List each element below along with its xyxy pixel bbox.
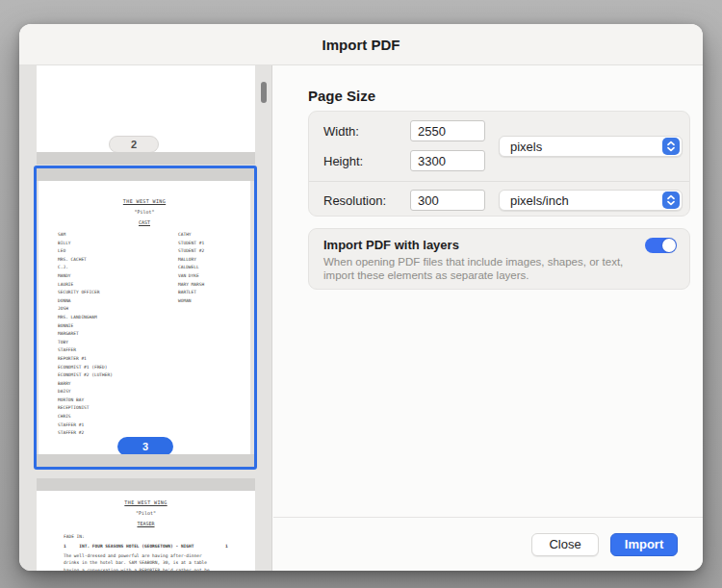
script-line: MRS. CACHET: [58, 256, 113, 265]
script-line: MRS. LANDINGHAM: [58, 314, 113, 322]
script-line: MORTON BAY: [58, 396, 113, 405]
script-line: DONNA: [58, 297, 113, 306]
resolution-unit-value: pixels/inch: [510, 193, 569, 208]
page-separator: [37, 478, 255, 491]
page-thumbnail-sidebar: 2 THE WEST WING "Pilot" CAST SAMBILLYLEO…: [19, 65, 272, 571]
script-line: STAFFER #1: [58, 422, 113, 430]
footer-button-bar: Close Import: [273, 518, 678, 571]
script-line: STUDENT #2: [178, 247, 204, 256]
page-3-content: THE WEST WING "Pilot" CAST SAMBILLYLEOMR…: [39, 181, 250, 454]
import-button[interactable]: Import: [610, 533, 678, 556]
script-line: LAURIE: [58, 281, 113, 290]
layers-group: Import PDF with layers When opening PDF …: [308, 228, 690, 290]
script-line: SECURITY OFFICER: [58, 289, 113, 297]
script-line: DAISY: [58, 388, 113, 396]
resolution-unit-dropdown[interactable]: pixels/inch: [499, 190, 683, 211]
page-3-badge: 3: [117, 437, 173, 456]
import-pdf-dialog: Import PDF 2 THE WEST WING "Pilot" CAST …: [19, 24, 703, 571]
page-separator: [37, 168, 254, 181]
page-size-group: Width: Height: pixels Resolution: pixels…: [308, 111, 690, 217]
width-input[interactable]: [410, 120, 485, 141]
script-line: BILLY: [58, 240, 113, 248]
resolution-input[interactable]: [410, 190, 485, 211]
page-separator: [37, 454, 254, 467]
cast-list-right: CATHYSTUDENT #1STUDENT #2MALLORYCALDWELL…: [178, 231, 204, 305]
up-down-chevrons-icon: [666, 194, 676, 206]
size-unit-value: pixels: [510, 140, 542, 154]
script-line: STAFFER: [58, 346, 113, 355]
page-separator: [37, 152, 255, 165]
script-line: ECONOMIST #1 (FRED): [58, 364, 113, 372]
script-line: MARY MARSH: [178, 281, 204, 290]
size-unit-dropdown[interactable]: pixels: [499, 136, 683, 157]
page-3-number: 3: [142, 441, 148, 452]
script-line: BONNIE: [58, 322, 113, 331]
stepper-icon[interactable]: [662, 192, 680, 209]
script-line: RECEPTIONIST: [58, 404, 113, 413]
scene-heading: 1 INT. FOUR SEASONS HOTEL (GEORGETOWN) -…: [64, 543, 228, 550]
script-line: CHRIS: [58, 413, 113, 422]
script-title: THE WEST WING: [37, 499, 255, 505]
script-line: VAN DYKE: [178, 272, 204, 281]
script-line: CATHY: [178, 231, 204, 240]
script-line: having a conversation with a REPORTER he…: [64, 567, 210, 571]
script-line: MANDY: [58, 272, 113, 281]
dialog-titlebar: Import PDF: [19, 24, 703, 65]
cast-list-left: SAMBILLYLEOMRS. CACHETC.J.MANDYLAURIESEC…: [58, 231, 113, 438]
layers-description: When opening PDF files that include imag…: [323, 255, 623, 282]
script-line: JOSH: [58, 305, 113, 314]
page-2-number: 2: [131, 139, 137, 150]
script-line: STUDENT #1: [178, 240, 204, 248]
width-label: Width:: [323, 124, 359, 139]
sidebar-scrollbar-thumb[interactable]: [261, 82, 267, 103]
script-line: CALDWELL: [178, 264, 204, 272]
layers-title: Import PDF with layers: [323, 238, 459, 252]
script-title: THE WEST WING: [39, 198, 250, 204]
cast-heading: CAST: [39, 219, 250, 225]
page-size-heading: Page Size: [308, 88, 375, 104]
height-input[interactable]: [410, 150, 485, 171]
script-line: STAFFER #2: [58, 429, 113, 438]
script-line: MARGARET: [58, 330, 113, 339]
script-line: The well-dressed and powerful are having…: [64, 552, 210, 559]
layers-toggle[interactable]: [645, 238, 677, 253]
scene-description: The well-dressed and powerful are having…: [64, 552, 210, 571]
script-line: drinks in the hotel bar. SAM SEABORN, 30…: [64, 559, 210, 566]
script-line: MALLORY: [178, 256, 204, 265]
import-settings-panel: Page Size Width: Height: pixels Resoluti…: [273, 65, 703, 571]
script-subtitle: "Pilot": [39, 209, 250, 215]
script-subtitle: "Pilot": [37, 510, 255, 516]
thumbnail-page-4[interactable]: THE WEST WING "Pilot" TEASER FADE IN: 1 …: [37, 491, 255, 571]
resolution-label: Resolution:: [323, 193, 386, 208]
fade-in-line: FADE IN:: [64, 533, 85, 540]
close-button[interactable]: Close: [531, 533, 599, 556]
stepper-icon[interactable]: [662, 138, 680, 155]
dialog-title: Import PDF: [322, 37, 400, 53]
script-line: BARTLET: [178, 289, 204, 297]
thumbnail-page-3-selected[interactable]: THE WEST WING "Pilot" CAST SAMBILLYLEOMR…: [34, 166, 257, 470]
script-line: BARRY: [58, 380, 113, 389]
height-label: Height:: [323, 154, 363, 168]
script-line: REPORTER #1: [58, 355, 113, 364]
script-line: LEO: [58, 247, 113, 256]
script-line: WOMAN: [178, 297, 204, 306]
script-line: C.J.: [58, 264, 113, 272]
page-2-badge: 2: [109, 136, 159, 153]
script-line: SAM: [58, 231, 113, 240]
up-down-chevrons-icon: [666, 141, 676, 152]
script-line: ECONOMIST #2 (LUTHER): [58, 371, 113, 380]
toggle-knob: [662, 239, 676, 252]
script-line: TOBY: [58, 339, 113, 347]
teaser-heading: TEASER: [37, 521, 255, 526]
group-divider: [309, 181, 689, 182]
